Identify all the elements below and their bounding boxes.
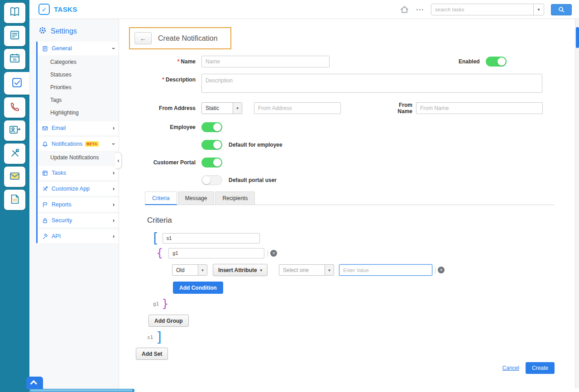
main-content: ← Create Notification *Name Enabled *Des… (119, 19, 579, 392)
app-rail: 31 (0, 0, 29, 392)
vertical-scrollbar[interactable] (575, 19, 579, 388)
search-dropdown-caret[interactable]: ▾ (533, 4, 544, 15)
sidebar-item-email[interactable]: Email › (38, 121, 119, 135)
app-logo[interactable]: ✓ TASKS (38, 4, 77, 15)
email-app-tile[interactable] (4, 167, 25, 187)
library-app-tile[interactable] (4, 3, 25, 23)
sidebar-item-update-notifications[interactable]: Update Notifications (38, 151, 119, 164)
criteria-heading: Criteria (147, 216, 579, 225)
list-icon (42, 170, 48, 176)
group-close-row: g1 } (153, 298, 579, 309)
attribute-select[interactable]: Select one ▾ (279, 264, 334, 276)
condition-row: Old ▾ Insert Attribute ▾ Select one ▾ × (172, 264, 579, 276)
sidebar-item-general[interactable]: General › (38, 42, 119, 55)
enabled-toggle[interactable] (486, 57, 507, 67)
group-close-brace: } (162, 298, 168, 309)
lock-icon (42, 218, 48, 224)
contact-card-icon (9, 124, 21, 138)
home-icon[interactable] (400, 5, 409, 14)
calendar-app-tile[interactable]: 31 (4, 49, 25, 69)
sidebar-item-statuses[interactable]: Statuses (38, 68, 119, 81)
chevron-right-icon: › (113, 186, 115, 191)
search-input[interactable] (431, 4, 533, 15)
from-address-type-select[interactable]: Static ▾ (201, 102, 242, 114)
employee-toggle[interactable] (201, 122, 222, 132)
description-input[interactable] (201, 74, 542, 93)
cancel-link[interactable]: Cancel (502, 365, 519, 371)
set-name-input[interactable] (163, 233, 260, 244)
condition-type-select[interactable]: Old ▾ (172, 264, 207, 276)
scroll-top-button[interactable] (26, 377, 43, 389)
remove-group-icon[interactable]: × (270, 250, 277, 257)
tab-message[interactable]: Message (178, 191, 215, 205)
settings-title: Settings (51, 27, 77, 35)
sidebar-item-api[interactable]: API › (38, 229, 119, 243)
calls-app-tile[interactable] (4, 97, 25, 118)
add-condition-row: Add Condition (173, 282, 579, 294)
chevron-down-icon: › (111, 143, 116, 145)
add-set-button[interactable]: Add Set (136, 348, 168, 360)
sidebar-item-notifications[interactable]: Notifications BETA › (38, 137, 119, 151)
beta-badge: BETA (85, 141, 99, 147)
app-title: TASKS (54, 5, 77, 13)
book-icon (9, 6, 21, 20)
customer-portal-row: Customer Portal (129, 158, 579, 167)
tasks-app-tile[interactable] (4, 72, 29, 95)
sidebar-item-categories[interactable]: Categories (38, 56, 119, 68)
settings-sidebar: Settings General › Categories Statuses P… (29, 19, 119, 392)
tab-criteria[interactable]: Criteria (145, 191, 177, 205)
from-name-label: From Name (383, 102, 412, 115)
set-close-name: s1 (147, 335, 153, 340)
sidebar-item-customize-app[interactable]: Customize App › (38, 182, 119, 196)
sidebar-item-reports[interactable]: Reports › (38, 198, 119, 211)
name-input[interactable] (201, 56, 330, 67)
tools-app-tile[interactable] (4, 143, 25, 164)
chevron-down-icon: › (111, 48, 116, 49)
chevron-down-icon: ▾ (198, 265, 207, 275)
add-condition-button[interactable]: Add Condition (173, 282, 223, 294)
employee-row: Employee (129, 122, 579, 132)
group-close-name: g1 (153, 301, 159, 307)
remove-condition-icon[interactable]: × (438, 267, 445, 273)
divider (268, 250, 268, 257)
invoices-app-tile[interactable] (4, 26, 25, 46)
from-address-input[interactable] (254, 102, 341, 114)
search-box: ▾ (431, 4, 544, 15)
group-open-row: { × (156, 248, 579, 258)
tasks-check-icon (10, 76, 24, 91)
tab-recipients[interactable]: Recipients (215, 191, 255, 205)
customer-portal-toggle[interactable] (201, 158, 222, 167)
default-employee-toggle[interactable] (201, 140, 222, 150)
chevron-up-icon (30, 380, 38, 387)
invoice-icon (9, 29, 21, 43)
sidebar-collapse-handle[interactable]: ‹ (115, 152, 122, 169)
sidebar-item-highlighting[interactable]: Highlighting (38, 106, 119, 119)
chevron-right-icon: › (113, 170, 115, 176)
tasks-logo-icon: ✓ (38, 4, 50, 15)
from-name-input[interactable] (416, 102, 543, 114)
chevron-right-icon: › (113, 202, 115, 207)
search-button[interactable] (551, 4, 572, 15)
add-group-button[interactable]: Add Group (148, 315, 189, 327)
default-portal-toggle[interactable] (201, 175, 222, 185)
condition-value-input[interactable] (339, 264, 432, 276)
vertical-scrollbar-thumb[interactable] (576, 27, 579, 48)
sidebar-item-security[interactable]: Security › (38, 214, 119, 227)
sidebar-item-priorities[interactable]: Priorities (38, 81, 119, 94)
horizontal-scrollbar[interactable] (29, 389, 134, 392)
group-name-input[interactable] (168, 248, 264, 258)
back-button[interactable]: ← (134, 32, 152, 44)
sidebar-item-tags[interactable]: Tags (38, 94, 119, 106)
create-button[interactable]: Create (526, 362, 555, 374)
horizontal-scrollbar-thumb[interactable] (30, 389, 133, 392)
default-employee-row: Default for employee (201, 140, 579, 150)
sidebar-item-tasks[interactable]: Tasks › (38, 166, 119, 180)
document-icon (9, 193, 21, 207)
more-options-icon[interactable]: ••• (416, 7, 424, 12)
name-row: *Name Enabled (129, 56, 579, 67)
wrench-icon (42, 186, 48, 192)
notes-app-tile[interactable] (4, 190, 25, 210)
enabled-label: Enabled (459, 58, 480, 65)
insert-attribute-button[interactable]: Insert Attribute ▾ (213, 264, 268, 276)
contacts-app-tile[interactable] (4, 120, 25, 141)
